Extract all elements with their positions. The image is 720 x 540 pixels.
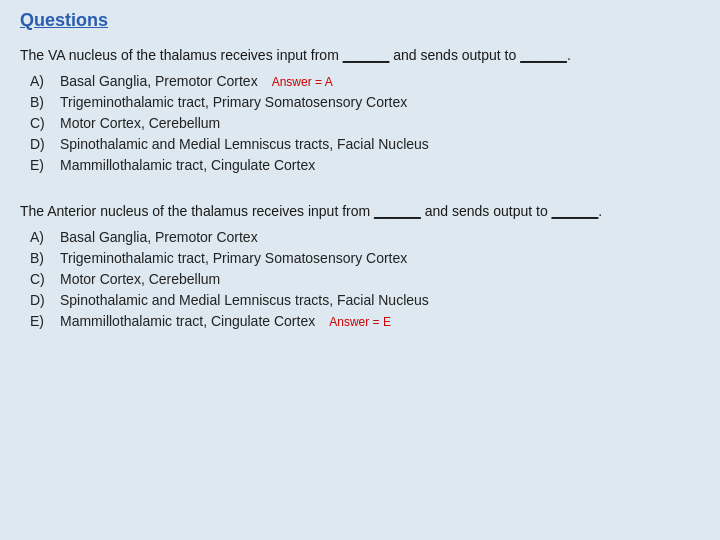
q1-option-b: B) Trigeminothalamic tract, Primary Soma… — [20, 94, 700, 110]
question-2-block: The Anterior nucleus of the thalamus rec… — [20, 203, 700, 329]
q1-text-a: Basal Ganglia, Premotor Cortex — [60, 73, 258, 89]
q2-label-b: B) — [30, 250, 60, 266]
q2-option-a: A) Basal Ganglia, Premotor Cortex — [20, 229, 700, 245]
q1-label-e: E) — [30, 157, 60, 173]
q1-label-a: A) — [30, 73, 60, 89]
q1-answer-a: Answer = A — [272, 75, 333, 89]
q1-blank1: ______ — [343, 47, 390, 63]
q2-text-d: Spinothalamic and Medial Lemniscus tract… — [60, 292, 429, 308]
q1-middle: and sends output to — [393, 47, 516, 63]
q1-option-e: E) Mammillothalamic tract, Cingulate Cor… — [20, 157, 700, 173]
q2-label-e: E) — [30, 313, 60, 329]
q2-text-e: Mammillothalamic tract, Cingulate Cortex — [60, 313, 315, 329]
q1-blank2: ______ — [520, 47, 567, 63]
q1-label-c: C) — [30, 115, 60, 131]
question-2-text: The Anterior nucleus of the thalamus rec… — [20, 203, 700, 219]
page: Questions The VA nucleus of the thalamus… — [0, 0, 720, 540]
q2-label-a: A) — [30, 229, 60, 245]
q2-middle: and sends output to — [425, 203, 548, 219]
q1-text-c: Motor Cortex, Cerebellum — [60, 115, 220, 131]
divider — [20, 191, 700, 203]
question-1-block: The VA nucleus of the thalamus receives … — [20, 47, 700, 173]
q1-option-c: C) Motor Cortex, Cerebellum — [20, 115, 700, 131]
question-1-text: The VA nucleus of the thalamus receives … — [20, 47, 700, 63]
q2-option-c: C) Motor Cortex, Cerebellum — [20, 271, 700, 287]
q1-label-b: B) — [30, 94, 60, 110]
q2-text-a: Basal Ganglia, Premotor Cortex — [60, 229, 258, 245]
q1-option-d: D) Spinothalamic and Medial Lemniscus tr… — [20, 136, 700, 152]
q2-text-b: Trigeminothalamic tract, Primary Somatos… — [60, 250, 407, 266]
q2-text-c: Motor Cortex, Cerebellum — [60, 271, 220, 287]
q1-text-d: Spinothalamic and Medial Lemniscus tract… — [60, 136, 429, 152]
q2-option-d: D) Spinothalamic and Medial Lemniscus tr… — [20, 292, 700, 308]
q1-option-a: A) Basal Ganglia, Premotor Cortex Answer… — [20, 73, 700, 89]
q1-text-b: Trigeminothalamic tract, Primary Somatos… — [60, 94, 407, 110]
q2-option-b: B) Trigeminothalamic tract, Primary Soma… — [20, 250, 700, 266]
q2-prefix: The Anterior nucleus of the thalamus rec… — [20, 203, 370, 219]
q2-option-e: E) Mammillothalamic tract, Cingulate Cor… — [20, 313, 700, 329]
page-title: Questions — [20, 10, 700, 31]
q1-label-d: D) — [30, 136, 60, 152]
q2-answer-e: Answer = E — [329, 315, 391, 329]
q2-label-c: C) — [30, 271, 60, 287]
q2-label-d: D) — [30, 292, 60, 308]
q1-prefix: The VA nucleus of the thalamus receives … — [20, 47, 339, 63]
q2-blank1: ______ — [374, 203, 421, 219]
q2-blank2: ______ — [552, 203, 599, 219]
q1-text-e: Mammillothalamic tract, Cingulate Cortex — [60, 157, 315, 173]
